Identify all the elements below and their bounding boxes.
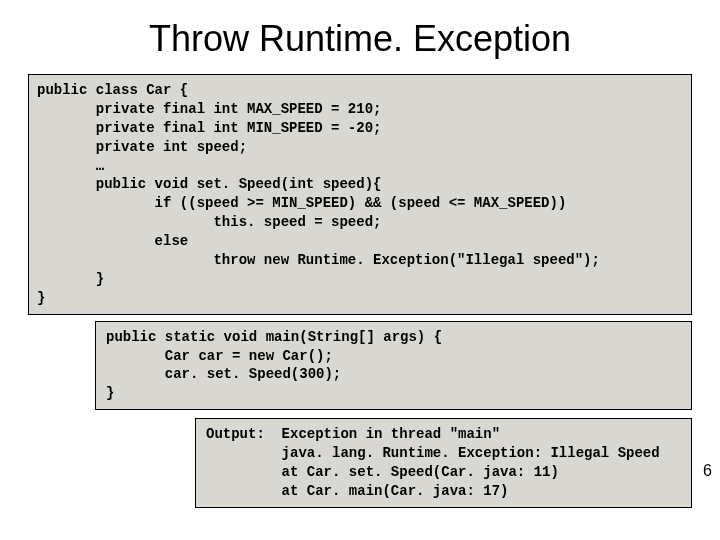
code-block-class-car: public class Car { private final int MAX… (28, 74, 692, 315)
page-number: 6 (703, 462, 712, 480)
slide-title: Throw Runtime. Exception (0, 18, 720, 60)
code-block-output: Output: Exception in thread "main" java.… (195, 418, 692, 508)
code-block-main: public static void main(String[] args) {… (95, 321, 692, 411)
